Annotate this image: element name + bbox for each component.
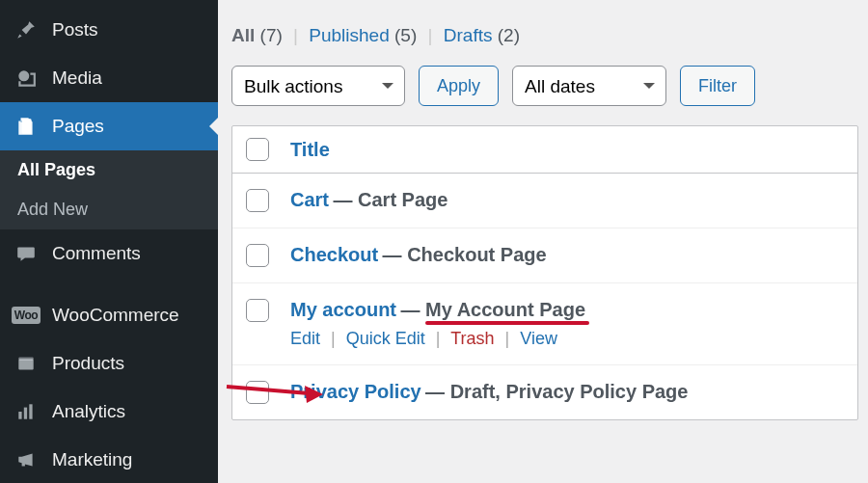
page-state: Cart Page [358, 189, 448, 210]
woocommerce-icon: Woo [14, 303, 39, 328]
date-filter-select[interactable]: All dates [512, 66, 666, 106]
sidebar-item-pages[interactable]: Pages [0, 102, 218, 150]
table-header: Title [232, 126, 857, 174]
table-row: My account — My Account Page Edit | Quic… [232, 283, 857, 365]
svg-rect-1 [18, 360, 33, 370]
sidebar-item-label: Media [52, 67, 102, 89]
sidebar-item-label: Marketing [52, 449, 132, 470]
submenu-all-pages[interactable]: All Pages [0, 150, 218, 190]
action-edit[interactable]: Edit [290, 329, 320, 348]
pages-icon [14, 114, 39, 139]
bulk-actions-select[interactable]: Bulk actions [231, 66, 405, 106]
row-checkbox[interactable] [246, 381, 269, 404]
products-icon [14, 351, 39, 376]
analytics-icon [14, 399, 39, 424]
filter-all[interactable]: All [231, 25, 255, 45]
page-state: Checkout Page [407, 244, 546, 265]
comment-icon [14, 241, 39, 266]
sidebar-item-label: Comments [52, 243, 141, 264]
media-icon [14, 66, 39, 91]
pin-icon [14, 17, 39, 42]
page-title-link[interactable]: Cart [290, 189, 329, 210]
select-all-checkbox[interactable] [246, 138, 269, 161]
action-trash[interactable]: Trash [450, 329, 494, 348]
action-quick-edit[interactable]: Quick Edit [346, 329, 425, 348]
page-title-link[interactable]: My account [290, 299, 396, 320]
submenu-add-new[interactable]: Add New [0, 190, 218, 229]
action-view[interactable]: View [520, 329, 557, 348]
table-row: Privacy Policy — Draft, Privacy Policy P… [232, 365, 857, 419]
sidebar-item-label: Pages [52, 116, 104, 137]
table-row: Cart — Cart Page [232, 174, 857, 228]
apply-button[interactable]: Apply [419, 66, 499, 106]
sidebar-item-analytics[interactable]: Analytics [0, 388, 218, 436]
sidebar-item-label: WooCommerce [52, 305, 179, 326]
sidebar-item-posts[interactable]: Posts [0, 6, 218, 54]
megaphone-icon [14, 447, 39, 472]
admin-sidebar: Posts Media Pages All Pages Add New Comm… [0, 0, 218, 483]
svg-rect-3 [18, 412, 21, 419]
content-area: All (7) | Published (5) | Drafts (2) Bul… [218, 0, 868, 483]
filter-published[interactable]: Published [309, 25, 389, 45]
sidebar-item-label: Posts [52, 19, 98, 40]
page-title-link[interactable]: Privacy Policy [290, 381, 421, 402]
tablenav: Bulk actions Apply All dates Filter [231, 66, 858, 106]
pages-table: Title Cart — Cart Page Checkout — Checko… [231, 125, 858, 420]
sidebar-item-label: Products [52, 353, 124, 374]
svg-rect-0 [22, 119, 32, 133]
page-state: Draft, Privacy Policy Page [450, 381, 689, 402]
sidebar-item-marketing[interactable]: Marketing [0, 436, 218, 483]
sidebar-item-woocommerce[interactable]: Woo WooCommerce [0, 291, 218, 339]
filter-button[interactable]: Filter [680, 66, 755, 106]
svg-rect-5 [29, 404, 32, 418]
status-filter-links: All (7) | Published (5) | Drafts (2) [231, 25, 858, 46]
sidebar-item-comments[interactable]: Comments [0, 229, 218, 278]
row-actions: Edit | Quick Edit | Trash | View [290, 329, 844, 349]
filter-published-count: (5) [394, 25, 417, 45]
sidebar-item-media[interactable]: Media [0, 54, 218, 102]
row-checkbox[interactable] [246, 244, 269, 267]
row-checkbox[interactable] [246, 299, 269, 322]
page-state: My Account Page [425, 299, 585, 320]
filter-all-count: (7) [260, 25, 283, 45]
filter-drafts-count: (2) [498, 25, 520, 45]
page-title-link[interactable]: Checkout [290, 244, 378, 265]
svg-rect-4 [24, 408, 27, 419]
table-row: Checkout — Checkout Page [232, 228, 857, 283]
column-title[interactable]: Title [290, 139, 330, 161]
filter-drafts[interactable]: Drafts [444, 25, 493, 45]
svg-rect-2 [18, 357, 33, 360]
sidebar-item-label: Analytics [52, 401, 125, 422]
pages-submenu: All Pages Add New [0, 150, 218, 229]
row-checkbox[interactable] [246, 189, 269, 212]
sidebar-item-products[interactable]: Products [0, 339, 218, 388]
